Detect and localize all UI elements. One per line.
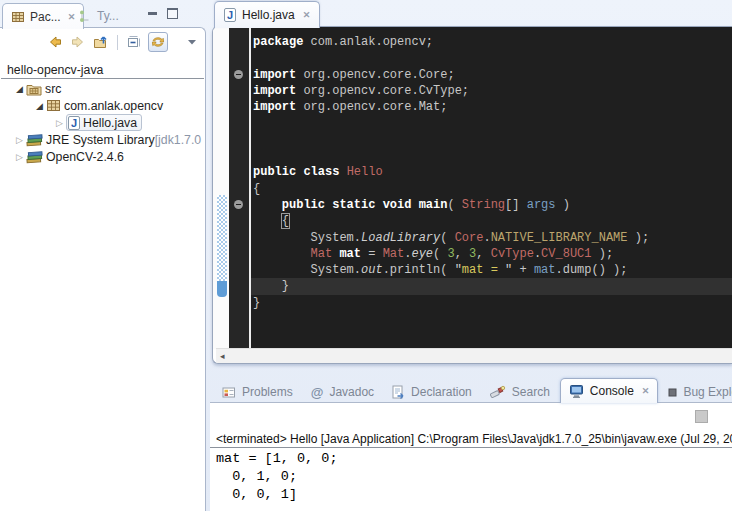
up-icon (93, 34, 109, 50)
folding-ruler[interactable] (229, 27, 249, 349)
code-token: System. (253, 263, 361, 277)
type-hierarchy-icon (78, 9, 92, 23)
code-token (253, 214, 282, 228)
code-token: ); (628, 231, 650, 245)
tree-item-src[interactable]: ◢src (1, 80, 204, 97)
toolbar-separator (117, 35, 118, 50)
view-tab-ty[interactable]: Ty... (70, 3, 127, 28)
view-tab-label: Ty... (97, 9, 119, 23)
source-code: package com.anlak.opencv; import org.ope… (253, 34, 649, 311)
scroll-left-icon[interactable]: ◂ (220, 351, 225, 361)
tree-item-body: com.anlak.opencv (46, 99, 163, 113)
bottom-tab-label: Problems (242, 385, 293, 399)
tree-item-label: com.anlak.opencv (64, 99, 163, 113)
close-icon[interactable]: ✕ (303, 10, 311, 20)
code-token: Mat (383, 247, 405, 261)
collapse-arrow-icon[interactable]: ◢ (13, 84, 26, 94)
code-token: , (455, 247, 469, 261)
code-token: Hello (347, 165, 383, 179)
code-token: ) (556, 198, 570, 212)
code-token: public class (253, 165, 339, 179)
tree-item-label: OpenCV-2.4.6 (46, 150, 124, 164)
bottom-tab-console[interactable]: Console✕ (560, 378, 659, 403)
svg-text:J: J (227, 9, 233, 21)
expand-arrow-icon[interactable]: ▷ (53, 118, 66, 128)
bottom-tab-label: Bug Explorer (683, 385, 732, 399)
bottom-tab-javadoc[interactable]: @Javadoc (303, 381, 382, 403)
annotation-ruler[interactable] (213, 27, 229, 349)
code-token: out (361, 263, 383, 277)
expand-arrow-icon[interactable]: ▷ (13, 135, 26, 145)
collapse-all-button[interactable] (125, 33, 143, 51)
code-token: import (253, 100, 296, 114)
code-token: org.opencv.core.CvType; (296, 84, 469, 98)
java-file-icon: J (68, 116, 80, 130)
back-button[interactable] (46, 33, 64, 51)
library-icon (26, 133, 43, 147)
tree-item-hello.java[interactable]: ▷JHello.java (1, 114, 204, 131)
view-menu-button[interactable] (183, 33, 201, 51)
java-editor[interactable]: package com.anlak.opencv; import org.ope… (212, 26, 732, 364)
code-token: mat (339, 247, 361, 261)
package-explorer-toolbar (0, 30, 205, 54)
code-token: package (253, 35, 303, 49)
search-icon (490, 385, 506, 399)
code-token: import (253, 84, 296, 98)
code-token: ( (433, 247, 447, 261)
close-icon[interactable]: ✕ (642, 386, 650, 396)
bottom-tab-bug-explorer[interactable]: Bug Explorer (660, 381, 732, 403)
forward-icon (70, 34, 86, 50)
console-toolbar-button[interactable] (695, 410, 708, 423)
problems-icon (222, 386, 236, 399)
code-token (253, 247, 311, 261)
tree-item-body: src (26, 82, 61, 96)
collapse-all-icon (126, 34, 142, 50)
code-token: args (527, 198, 556, 212)
range-indicator-hatch (217, 195, 227, 281)
up-button[interactable] (92, 33, 110, 51)
code-token: ); (592, 247, 614, 261)
tree-item-com.anlak.opencv[interactable]: ◢com.anlak.opencv (1, 97, 204, 114)
code-token: String (462, 198, 505, 212)
code-token: " (455, 263, 462, 277)
view-tab-label: Pac... (30, 10, 61, 24)
code-token: CvType (491, 247, 534, 261)
code-token: org.opencv.core.Core; (296, 68, 454, 82)
project-tree: hello-opencv-java◢src◢com.anlak.opencv▷J… (1, 62, 204, 510)
minimize-icon[interactable] (148, 12, 157, 15)
tree-item-body: JHello.java (66, 114, 142, 131)
collapse-arrow-icon[interactable]: ◢ (33, 101, 46, 111)
fold-collapse-icon[interactable] (234, 200, 243, 209)
tree-item-body: OpenCV-2.4.6 (26, 150, 124, 164)
view-menu-icon (187, 38, 197, 46)
bottom-tab-declaration[interactable]: Declaration (384, 381, 480, 403)
java-file-icon: J (224, 8, 236, 22)
console-icon (569, 384, 584, 398)
code-area[interactable]: package com.anlak.opencv; import org.ope… (251, 27, 732, 349)
code-token: mat (534, 263, 556, 277)
tree-item-body: JRE System Library [jdk1.7.0 (26, 133, 201, 147)
code-token: eye (411, 247, 433, 261)
console-process-status: <terminated> Hello [Java Application] C:… (216, 432, 732, 446)
tree-item-hello-opencv-java[interactable]: hello-opencv-java (1, 62, 204, 77)
expand-arrow-icon[interactable]: ▷ (13, 152, 26, 162)
bottom-tab-search[interactable]: Search (482, 381, 558, 403)
editor-tab-hello-java[interactable]: JHello.java✕ (214, 1, 320, 28)
code-token: [] (505, 198, 527, 212)
code-token: Mat (311, 247, 333, 261)
package-folder-icon (26, 82, 42, 96)
editor-horizontal-scrollbar[interactable]: ◂ (216, 348, 732, 363)
console-view: <terminated> Hello [Java Application] C:… (210, 402, 732, 511)
code-token (253, 198, 282, 212)
tree-item-opencv-2.4.6[interactable]: ▷OpenCV-2.4.6 (1, 148, 204, 165)
maximize-icon[interactable] (167, 8, 178, 19)
package-icon (46, 99, 61, 112)
bottom-tab-label: Console (590, 384, 634, 398)
forward-button[interactable] (69, 33, 87, 51)
tree-item-jre-system-library[interactable]: ▷JRE System Library [jdk1.7.0 (1, 131, 204, 148)
bottom-tab-problems[interactable]: Problems (214, 381, 301, 403)
code-token: { (253, 182, 260, 196)
link-with-editor-button[interactable] (148, 32, 168, 52)
fold-collapse-icon[interactable] (234, 70, 243, 79)
tree-divider (1, 78, 204, 79)
